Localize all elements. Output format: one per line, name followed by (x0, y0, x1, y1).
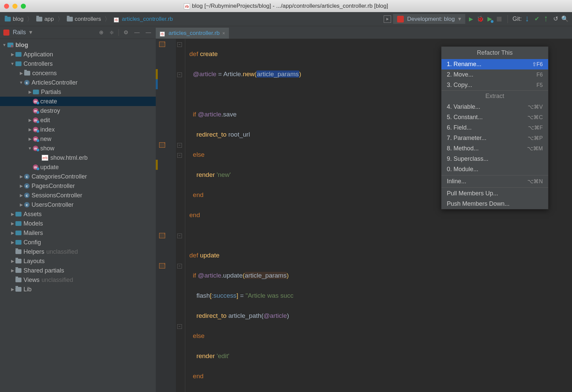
tree-controllers[interactable]: ▼Controllers (0, 59, 156, 68)
tree-method-edit[interactable]: ▶edit (0, 115, 156, 125)
menu-item-parameter[interactable]: 7. Parameter...⌥⌘P (441, 133, 548, 143)
menu-item-method[interactable]: 8. Method...⌥⌘M (441, 143, 548, 154)
tree-method-index[interactable]: ▶index (0, 125, 156, 134)
menu-item-inline[interactable]: Inline...⌥⌘N (441, 176, 548, 187)
expand-arrow-icon[interactable]: ▶ (18, 202, 24, 207)
expand-arrow-icon[interactable]: ▶ (18, 71, 24, 76)
override-gutter-icon[interactable] (159, 233, 165, 238)
tree-mailers[interactable]: ▶Mailers (0, 228, 156, 238)
expand-arrow-icon[interactable]: ▶ (18, 193, 24, 198)
expand-arrow-icon[interactable]: ▶ (27, 90, 33, 94)
tree-shared-partials[interactable]: ▶Shared partials (0, 266, 156, 275)
editor-tab[interactable]: articles_controller.rb × (156, 27, 229, 39)
tree-method-update[interactable]: update (0, 162, 156, 172)
expand-arrow-icon[interactable]: ▶ (9, 52, 15, 57)
menu-item-constant[interactable]: 5. Constant...⌥⌘C (441, 112, 548, 122)
menu-item-rename[interactable]: 1. Rename...⇧F6 (441, 59, 548, 69)
tree-pages-controller[interactable]: ▶cPagesController (0, 181, 156, 191)
breadcrumb-controllers[interactable]: controllers (65, 15, 102, 23)
collapse-arrow-icon[interactable]: ▼ (1, 43, 7, 47)
breadcrumb-file[interactable]: articles_controller.rb (112, 15, 174, 23)
dropdown-arrow-icon[interactable]: ▾ (29, 29, 32, 36)
tree-helpers[interactable]: Helpersunclassified (0, 247, 156, 256)
fold-toggle-icon[interactable] (177, 234, 182, 238)
expand-arrow-icon[interactable]: ▶ (9, 268, 15, 273)
menu-item-push-down[interactable]: Push Members Down... (441, 199, 548, 209)
zoom-window-button[interactable] (21, 4, 26, 9)
run-configuration-selector[interactable]: Development: blog ▾ (393, 14, 465, 24)
expand-arrow-icon[interactable]: ▶ (18, 174, 24, 179)
menu-item-variable[interactable]: 4. Variable...⌥⌘V (441, 102, 548, 112)
git-push-button[interactable]: ⭡ (542, 15, 550, 23)
editor-gutter[interactable] (156, 39, 176, 392)
collapse-arrow-icon[interactable]: ▼ (18, 80, 24, 85)
menu-item-move[interactable]: 2. Move...F6 (441, 69, 548, 80)
fold-toggle-icon[interactable] (177, 153, 182, 158)
collapse-arrow-icon[interactable]: ▼ (9, 61, 15, 66)
tree-method-destroy[interactable]: destroy (0, 106, 156, 115)
expand-all-button[interactable]: ≑ (108, 28, 115, 37)
stop-button[interactable] (495, 15, 503, 23)
expand-arrow-icon[interactable]: ▶ (27, 127, 33, 132)
tree-layouts[interactable]: ▶Layouts (0, 256, 156, 266)
expand-arrow-icon[interactable]: ▶ (18, 184, 24, 188)
debug-button[interactable]: 🐞 (477, 15, 484, 23)
expand-arrow-icon[interactable]: ▶ (9, 212, 15, 216)
fold-toggle-icon[interactable] (177, 72, 182, 77)
fold-column[interactable] (176, 39, 185, 392)
fold-toggle-icon[interactable] (177, 143, 182, 148)
project-tree[interactable]: ▼Rblog ▶Application ▼Controllers ▶concer… (0, 39, 156, 392)
breadcrumb-root[interactable]: blog (3, 15, 25, 23)
run-button[interactable]: ▶ (467, 15, 475, 23)
sidebar-view-label[interactable]: Rails (13, 29, 26, 36)
code-content[interactable]: def create @article = Article.new(articl… (185, 39, 333, 392)
expand-arrow-icon[interactable]: ▶ (27, 118, 33, 122)
tree-partials[interactable]: ▶Partials (0, 87, 156, 97)
override-gutter-icon[interactable] (159, 142, 165, 148)
hide-button[interactable]: — (144, 28, 152, 37)
minimize-button[interactable]: — (133, 28, 141, 37)
close-window-button[interactable] (4, 4, 9, 9)
menu-item-pull-up[interactable]: Pull Members Up... (441, 188, 548, 199)
expand-arrow-icon[interactable]: ▶ (9, 259, 15, 263)
collapse-arrow-icon[interactable]: ▼ (27, 146, 33, 151)
expand-arrow-icon[interactable]: ▶ (27, 137, 33, 141)
tree-views[interactable]: Viewsunclassified (0, 275, 156, 285)
tree-articles-controller[interactable]: ▼cArticlesController (0, 78, 156, 87)
tree-application[interactable]: ▶Application (0, 50, 156, 59)
git-history-button[interactable]: ↺ (552, 15, 559, 23)
tree-categories-controller[interactable]: ▶cCategoriesController (0, 172, 156, 181)
coverage-button[interactable]: ▶ (486, 15, 493, 23)
breadcrumb-app[interactable]: app (35, 15, 55, 23)
expand-arrow-icon[interactable]: ▶ (9, 287, 15, 292)
override-gutter-icon[interactable] (159, 263, 165, 268)
menu-item-superclass[interactable]: 9. Superclass... (441, 154, 548, 164)
tree-concerns[interactable]: ▶concerns (0, 68, 156, 78)
tree-method-show[interactable]: ▼show (0, 144, 156, 153)
menu-item-module[interactable]: 0. Module... (441, 164, 548, 175)
tree-method-new[interactable]: ▶new (0, 134, 156, 144)
close-tab-button[interactable]: × (222, 31, 225, 36)
tree-assets[interactable]: ▶Assets (0, 209, 156, 219)
locate-button[interactable]: ⊕ (98, 28, 105, 37)
expand-arrow-icon[interactable]: ▶ (9, 231, 15, 235)
tree-method-create[interactable]: create (0, 97, 156, 106)
fold-toggle-icon[interactable] (177, 264, 182, 268)
tree-sessions-controller[interactable]: ▶cSessionsController (0, 191, 156, 200)
fold-toggle-icon[interactable] (177, 42, 182, 47)
git-pull-button[interactable]: ⭣ (524, 15, 531, 23)
tree-root[interactable]: ▼Rblog (0, 40, 156, 50)
menu-item-copy[interactable]: 3. Copy...F5 (441, 80, 548, 90)
fold-toggle-icon[interactable] (177, 324, 182, 329)
menu-item-field[interactable]: 6. Field...⌥⌘F (441, 122, 548, 133)
expand-arrow-icon[interactable]: ▶ (9, 221, 15, 226)
build-button[interactable] (384, 15, 391, 23)
tree-config[interactable]: ▶Config (0, 238, 156, 247)
search-everywhere-button[interactable]: 🔍 (561, 15, 569, 23)
tree-users-controller[interactable]: ▶cUsersController (0, 200, 156, 209)
tree-models[interactable]: ▶Models (0, 219, 156, 228)
expand-arrow-icon[interactable]: ▶ (9, 240, 15, 245)
tree-file-show-erb[interactable]: erbshow.html.erb (0, 153, 156, 162)
tree-lib[interactable]: ▶Lib (0, 285, 156, 294)
minimize-window-button[interactable] (12, 4, 17, 9)
